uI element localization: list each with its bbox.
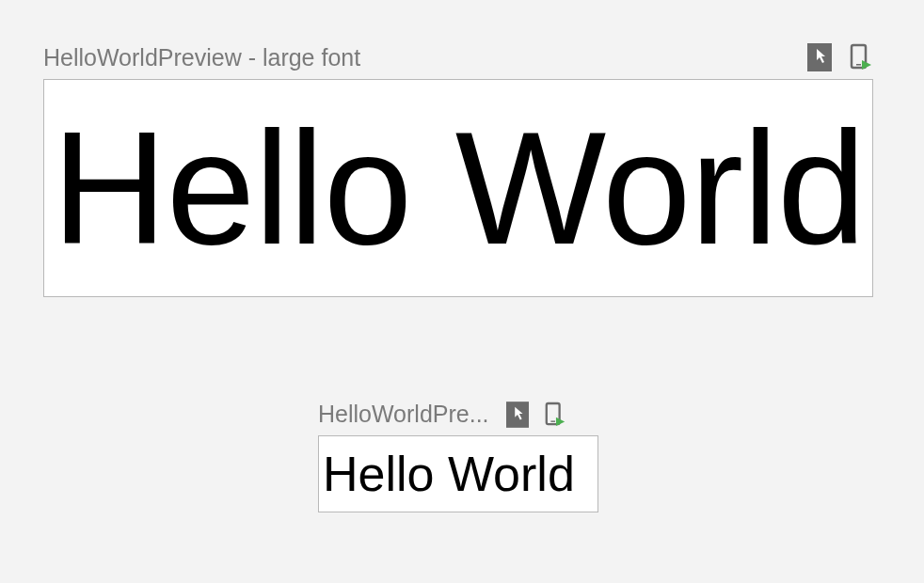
preview-header-large: HelloWorldPreview - large font xyxy=(43,43,873,71)
preview-canvas-small: Hello World xyxy=(318,435,598,512)
svg-rect-2 xyxy=(856,64,861,66)
preview-canvas-large: Hello World xyxy=(43,79,873,297)
preview-content-large: Hello World xyxy=(52,108,865,268)
deploy-preview-button[interactable] xyxy=(849,43,873,71)
interactive-mode-button[interactable] xyxy=(807,43,832,71)
deploy-device-icon xyxy=(544,402,566,428)
preview-title-small: HelloWorldPre... xyxy=(318,401,489,428)
interactive-mode-icon xyxy=(506,402,529,428)
preview-title-large: HelloWorldPreview - large font xyxy=(43,44,360,71)
svg-rect-5 xyxy=(550,420,555,421)
preview-large: HelloWorldPreview - large font Hello Wor… xyxy=(43,43,875,297)
deploy-preview-button[interactable] xyxy=(544,402,566,428)
interactive-mode-icon xyxy=(807,43,832,71)
interactive-mode-button[interactable] xyxy=(506,402,529,428)
preview-toolbar-small xyxy=(506,402,566,428)
deploy-device-icon xyxy=(849,43,873,71)
preview-content-small: Hello World xyxy=(323,449,575,498)
preview-header-small: HelloWorldPre... xyxy=(318,401,598,428)
preview-small: HelloWorldPre... Hello World xyxy=(318,401,598,512)
preview-toolbar-large xyxy=(807,43,873,71)
